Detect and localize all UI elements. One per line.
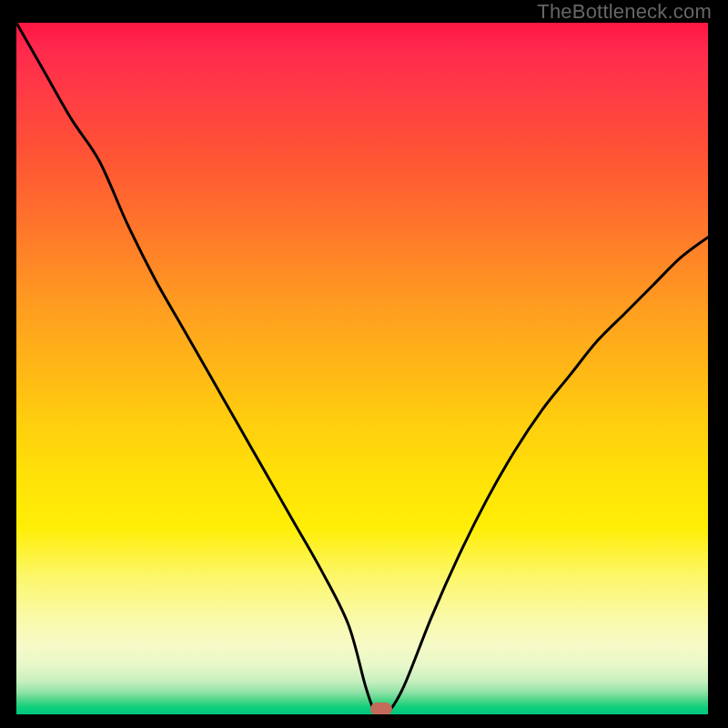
bottleneck-curve-svg — [16, 23, 708, 714]
bottleneck-curve — [16, 23, 708, 714]
watermark-text: TheBottleneck.com — [537, 0, 712, 24]
plot-area — [16, 23, 708, 714]
chart-frame: TheBottleneck.com — [0, 0, 728, 728]
optimal-point-marker — [370, 703, 392, 714]
